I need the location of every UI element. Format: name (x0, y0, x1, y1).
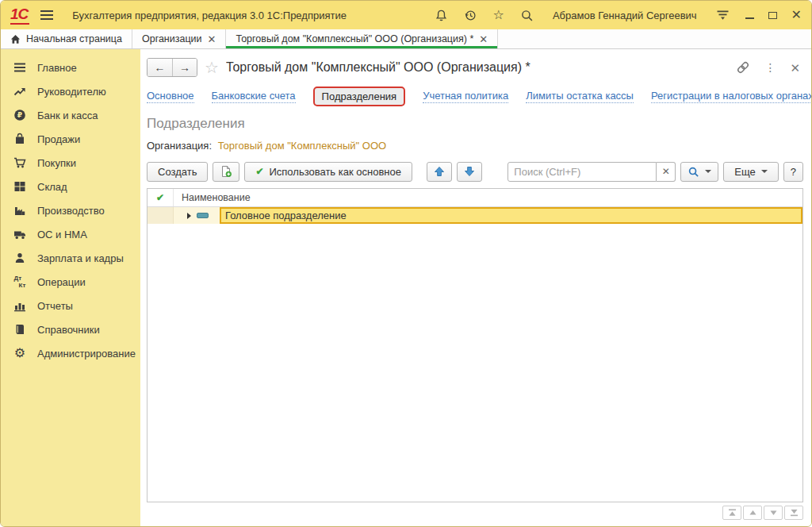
nav-link-main[interactable]: Основное (147, 90, 194, 103)
sidebar-item-purchases[interactable]: Покупки (1, 151, 140, 175)
arrow-up-icon (434, 166, 445, 177)
close-tab-icon[interactable]: ✕ (208, 34, 216, 44)
tab-organization-form[interactable]: Торговый дом "Комплексный" ООО (Организа… (226, 29, 498, 48)
sidebar-item-bank-cash[interactable]: ₽ Банк и касса (1, 103, 140, 127)
clear-search-icon[interactable]: ✕ (657, 162, 676, 182)
favorites-star-icon[interactable]: ☆ (493, 9, 504, 21)
titlebar: 1С Бухгалтерия предприятия, редакция 3.0… (1, 1, 811, 29)
warehouse-grid-icon (12, 180, 28, 193)
row-name-cell[interactable]: Головное подразделение (220, 207, 802, 224)
window-controls: ✕ (745, 9, 802, 21)
sidebar-item-payroll-hr[interactable]: Зарплата и кадры (1, 246, 140, 270)
main-menu-icon[interactable] (39, 9, 55, 21)
document-plus-icon (220, 165, 232, 178)
sidebar-item-production[interactable]: Производство (1, 198, 140, 222)
form-header-icons: ⋮ ✕ (736, 60, 803, 75)
maximize-button[interactable] (768, 12, 777, 19)
service-settings-icon[interactable] (716, 10, 730, 21)
tab-label: Организации (142, 33, 202, 44)
table-header: ✔ Наименование (147, 189, 802, 207)
create-group-button[interactable] (213, 162, 239, 182)
sidebar-item-administration[interactable]: ⚙ Администрирование (1, 341, 140, 365)
form-title: Торговый дом "Комплексный" ООО (Организа… (226, 60, 729, 75)
row-check-cell[interactable] (147, 207, 174, 224)
shopping-bag-icon (12, 133, 28, 145)
search-input[interactable] (508, 162, 657, 182)
sidebar: Главное Руководителю ₽ Банк и касса Прод… (1, 49, 140, 526)
tab-label: Начальная страница (26, 33, 122, 44)
subdivision-group-icon (197, 213, 209, 218)
tab-home[interactable]: Начальная страница (1, 29, 132, 48)
history-icon[interactable] (464, 9, 477, 22)
list-toolbar: Создать ✔ Использовать как основное (147, 161, 803, 182)
get-link-icon[interactable] (736, 60, 750, 75)
scroll-up-button[interactable] (743, 506, 762, 520)
organization-value-link[interactable]: Торговый дом "Комплексный" ООО (218, 140, 386, 152)
scroll-to-bottom-button[interactable] (784, 506, 803, 520)
sidebar-item-label: Склад (37, 181, 67, 193)
forward-button[interactable]: → (172, 59, 197, 76)
book-icon (12, 323, 28, 336)
svg-text:₽: ₽ (17, 111, 22, 119)
close-window-button[interactable]: ✕ (791, 9, 802, 21)
nav-link-tax-registrations[interactable]: Регистрации в налоговых органах (651, 90, 812, 103)
table-row[interactable]: Головное подразделение (147, 207, 802, 224)
sidebar-item-sales[interactable]: Продажи (1, 127, 140, 151)
triangle-up-bar-icon (728, 509, 737, 517)
sidebar-item-label: Руководителю (37, 86, 106, 98)
person-icon (12, 252, 28, 264)
minimize-button[interactable] (745, 17, 754, 19)
scroll-down-button[interactable] (764, 506, 783, 520)
current-user[interactable]: Абрамов Геннадий Сергеевич (553, 10, 697, 21)
use-as-main-button[interactable]: ✔ Использовать как основное (244, 162, 412, 182)
scroll-to-top-button[interactable] (722, 506, 741, 520)
check-icon: ✔ (255, 167, 263, 176)
sidebar-item-reports[interactable]: Отчеты (1, 294, 140, 317)
1c-logo[interactable]: 1С (10, 6, 29, 25)
sidebar-item-label: Продажи (37, 133, 80, 145)
more-label: Еще (734, 166, 755, 178)
truck-icon (12, 228, 28, 240)
nav-link-subdivisions[interactable]: Подразделения (313, 87, 406, 106)
sidebar-item-directories[interactable]: Справочники (1, 317, 140, 341)
more-button[interactable]: Еще (723, 162, 778, 182)
search-settings-button[interactable] (680, 162, 718, 182)
organization-label: Организация: (147, 140, 212, 152)
help-button[interactable]: ? (783, 162, 803, 182)
sidebar-item-label: Покупки (37, 157, 76, 169)
search-group: ✕ (508, 162, 676, 182)
sidebar-item-label: Главное (37, 62, 77, 74)
expand-arrow-icon[interactable] (187, 213, 191, 219)
sidebar-item-label: ОС и НМА (37, 229, 87, 240)
check-icon: ✔ (156, 193, 164, 202)
trend-up-icon (12, 85, 28, 98)
add-to-favorites-star-icon[interactable]: ☆ (205, 60, 219, 75)
tab-organizations[interactable]: Организации ✕ (132, 29, 227, 48)
move-down-button[interactable] (457, 162, 482, 182)
sidebar-item-fixed-assets[interactable]: ОС и НМА (1, 222, 140, 246)
nav-link-bank-accounts[interactable]: Банковские счета (212, 90, 296, 103)
sidebar-item-warehouse[interactable]: Склад (1, 175, 140, 198)
close-form-icon[interactable]: ✕ (790, 62, 800, 74)
nav-link-accounting-policy[interactable]: Учетная политика (423, 90, 508, 103)
app-window: 1С Бухгалтерия предприятия, редакция 3.0… (0, 0, 812, 527)
table-empty-area (147, 224, 802, 502)
cart-icon (12, 156, 28, 169)
chevron-down-icon (761, 170, 768, 173)
list-pagination (147, 506, 803, 520)
more-menu-dots-icon[interactable]: ⋮ (764, 62, 776, 73)
dt-kt-icon: ДтКт (12, 275, 28, 289)
close-tab-icon[interactable]: ✕ (479, 34, 488, 44)
sidebar-item-label: Отчеты (37, 300, 73, 312)
sidebar-item-main[interactable]: Главное (1, 56, 140, 79)
header-name-column[interactable]: Наименование (174, 189, 802, 206)
nav-link-cash-limits[interactable]: Лимиты остатка кассы (526, 90, 634, 103)
sidebar-item-operations[interactable]: ДтКт Операции (1, 270, 140, 294)
back-button[interactable]: ← (147, 59, 172, 76)
global-search-icon[interactable] (520, 9, 534, 22)
sidebar-item-manager[interactable]: Руководителю (1, 79, 140, 103)
notifications-bell-icon[interactable] (435, 9, 448, 22)
move-up-button[interactable] (427, 162, 452, 182)
create-button[interactable]: Создать (147, 162, 208, 182)
triangle-down-bar-icon (790, 509, 799, 517)
